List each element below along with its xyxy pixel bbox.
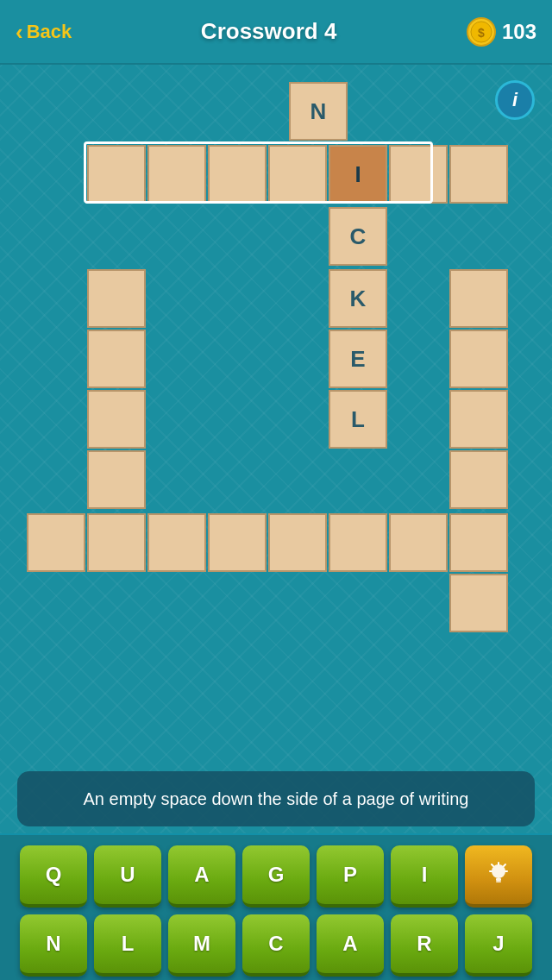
cell-7-3[interactable] [208,513,267,572]
cell-7-2[interactable] [147,513,206,572]
key-Q[interactable]: Q [20,845,87,908]
cell-6-7[interactable] [449,450,508,509]
keyboard-area: Q U A G P I N L M C A R J [0,833,552,980]
cell-3-7[interactable] [449,269,508,328]
key-C[interactable]: C [242,914,310,977]
cell-7-1[interactable] [87,513,146,572]
cell-2-5[interactable]: C [329,207,387,266]
key-N[interactable]: N [20,914,87,977]
coin-count: 103 [502,20,536,44]
key-A2[interactable]: A [317,914,384,977]
key-I[interactable]: I [391,845,458,908]
svg-line-9 [492,864,493,866]
cell-7-4[interactable] [268,513,327,572]
selected-row-highlight [84,141,433,204]
back-label: Back [27,21,72,43]
header: ‹ Back Crossword 4 $ 103 [0,0,552,65]
key-L[interactable]: L [94,914,161,977]
clue-box: An empty space down the side of a page o… [17,771,535,826]
svg-line-7 [504,864,505,866]
clue-text: An empty space down the side of a page o… [84,789,469,808]
cell-7-6[interactable] [389,513,448,572]
svg-rect-4 [496,878,501,881]
key-M[interactable]: M [168,914,235,977]
cell-5-7[interactable] [449,390,508,449]
key-R[interactable]: R [391,914,458,977]
coin-icon: $ [466,16,497,47]
cell-3-5[interactable]: K [329,269,387,328]
cell-5-5[interactable]: L [329,390,387,449]
cell-6-1[interactable] [87,450,146,509]
cell-4-1[interactable] [87,330,146,388]
crossword-area: i N I C K E [0,65,552,764]
key-J[interactable]: J [465,914,532,977]
back-button[interactable]: ‹ Back [16,21,72,43]
key-A[interactable]: A [168,845,235,908]
cell-4-5[interactable]: E [329,330,387,388]
cell-7-0[interactable] [27,513,85,572]
cell-7-7[interactable] [449,513,508,572]
svg-rect-5 [496,881,501,883]
key-U[interactable]: U [94,845,161,908]
cell-0-5[interactable]: N [289,82,348,141]
cell-7-5[interactable] [329,513,387,572]
page-title: Crossword 4 [201,18,337,45]
keyboard-row-2: N L M C A R J [9,914,543,977]
coin-area: $ 103 [466,16,536,47]
back-chevron-icon: ‹ [16,21,23,43]
key-G[interactable]: G [242,845,310,908]
cell-3-1[interactable] [87,269,146,328]
hint-button[interactable] [465,845,532,908]
keyboard-row-1: Q U A G P I [9,845,543,908]
crossword-grid: N I C K E L [0,65,552,764]
svg-text:$: $ [478,26,485,40]
cell-8-7[interactable] [449,574,508,632]
key-P[interactable]: P [317,845,384,908]
cell-5-1[interactable] [87,390,146,449]
info-icon: i [512,89,518,111]
main-content: i N I C K E [0,65,552,833]
cell-4-7[interactable] [449,330,508,388]
lightbulb-icon [485,861,512,889]
cell-1-7[interactable] [449,145,508,204]
info-button[interactable]: i [495,80,535,120]
